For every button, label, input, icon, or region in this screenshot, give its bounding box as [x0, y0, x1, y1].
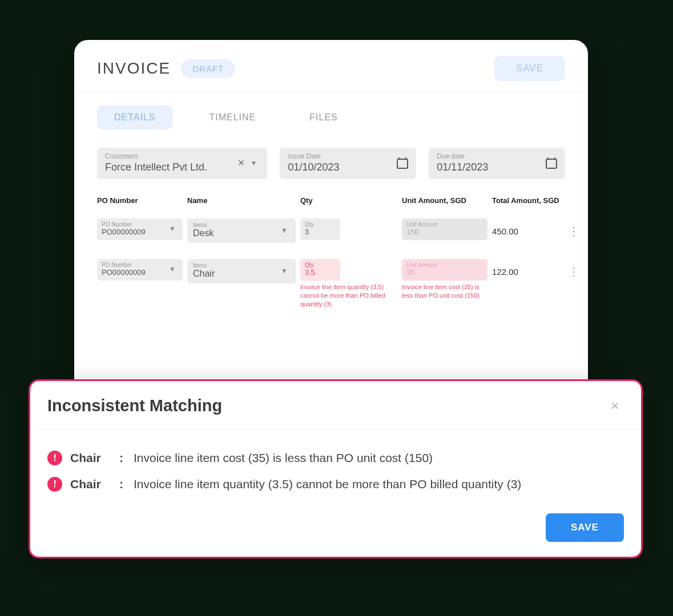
customer-label: Customers	[105, 152, 235, 160]
dialog-header: Inconsistent Matching ×	[30, 381, 641, 430]
issue-row: ! Chair : Invoice line item quantity (3.…	[47, 471, 624, 497]
tab-details[interactable]: DETAILS	[97, 106, 173, 129]
po-number-select[interactable]: PO Number PO00000009 ▼	[97, 218, 183, 240]
issue-separator: :	[119, 477, 123, 491]
table-row: PO Number PO00000009 ▼ Items Desk ▼ Qty …	[97, 210, 565, 251]
item-select[interactable]: Items Desk ▼	[187, 218, 296, 243]
table-header: PO Number Name Qty Unit Amount, SGD Tota…	[97, 191, 565, 210]
dialog-body: ! Chair : Invoice line item cost (35) is…	[30, 430, 641, 506]
status-badge: DRAFT	[181, 59, 235, 78]
col-name: Name	[187, 196, 296, 205]
total-value: 450.00	[492, 218, 561, 236]
item-value: Desk	[193, 228, 279, 238]
close-icon[interactable]: ×	[606, 395, 624, 417]
col-po: PO Number	[97, 196, 183, 205]
po-label: PO Number	[102, 262, 167, 268]
customer-value: Force Intellect Pvt Ltd.	[105, 161, 235, 173]
warning-icon: !	[47, 477, 62, 492]
issue-separator: :	[119, 451, 123, 465]
col-unit: Unit Amount, SGD	[402, 196, 487, 205]
unit-amount-input: Unit Amount 150	[402, 218, 487, 240]
issue-message: Invoice line item cost (35) is less than…	[134, 451, 433, 465]
calendar-icon[interactable]	[397, 157, 408, 169]
table-row: PO Number PO00000009 ▼ Items Chair ▼ Qty…	[97, 251, 565, 317]
fields-row: Customers Force Intellect Pvt Ltd. × ▼ I…	[74, 140, 588, 191]
inconsistent-matching-dialog: Inconsistent Matching × ! Chair : Invoic…	[29, 379, 643, 558]
calendar-icon[interactable]	[546, 157, 557, 169]
dialog-footer: SAVE	[30, 506, 641, 557]
unit-amount-input[interactable]: Unit Amount 35	[402, 259, 487, 281]
dialog-save-button[interactable]: SAVE	[546, 513, 624, 542]
warning-icon: !	[47, 451, 62, 465]
unit-label: Unit Amount	[406, 262, 483, 268]
item-value: Chair	[193, 269, 279, 279]
issue-message: Invoice line item quantity (3.5) cannot …	[134, 477, 521, 491]
col-total: Total Amount, SGD	[492, 196, 561, 205]
clear-icon[interactable]: ×	[235, 156, 248, 169]
po-value: PO00000009	[102, 268, 167, 277]
unit-value: 35	[406, 268, 483, 277]
po-label: PO Number	[102, 221, 167, 228]
customer-select[interactable]: Customers Force Intellect Pvt Ltd. × ▼	[97, 148, 267, 179]
save-button[interactable]: SAVE	[494, 56, 565, 81]
qty-value: 3.5	[305, 268, 336, 277]
row-more-icon[interactable]: ⋮	[565, 218, 582, 238]
tabs: DETAILS TIMELINE FILES	[74, 93, 588, 140]
qty-input[interactable]: Qty 3.5	[300, 259, 340, 281]
invoice-card: INVOICE DRAFT SAVE DETAILS TIMELINE FILE…	[74, 40, 588, 411]
qty-label: Qty	[305, 262, 336, 268]
row-more-icon[interactable]: ⋮	[565, 259, 582, 278]
issue-item-name: Chair	[70, 451, 111, 465]
total-value: 122.00	[492, 259, 561, 277]
col-qty: Qty	[300, 196, 397, 205]
qty-value: 3	[305, 228, 336, 236]
issue-date-field[interactable]: Issue Date 01/10/2023	[280, 148, 416, 179]
po-number-select[interactable]: PO Number PO00000009 ▼	[97, 259, 183, 281]
due-date-field[interactable]: Due date 01/11/2023	[429, 148, 565, 179]
chevron-down-icon[interactable]: ▼	[248, 159, 260, 167]
qty-input[interactable]: Qty 3	[300, 218, 340, 240]
issue-date-label: Issue Date	[288, 152, 397, 160]
item-select[interactable]: Items Chair ▼	[187, 259, 296, 283]
po-value: PO00000009	[102, 228, 167, 236]
page-title: INVOICE	[97, 59, 171, 78]
chevron-down-icon[interactable]: ▼	[167, 225, 178, 233]
issue-item-name: Chair	[70, 477, 111, 491]
due-date-value: 01/11/2023	[437, 161, 546, 173]
dialog-title: Inconsistent Matching	[47, 396, 222, 415]
chevron-down-icon[interactable]: ▼	[279, 226, 290, 234]
invoice-header: INVOICE DRAFT SAVE	[74, 40, 588, 93]
tab-timeline[interactable]: TIMELINE	[192, 106, 273, 129]
chevron-down-icon[interactable]: ▼	[279, 267, 290, 275]
due-date-label: Due date	[437, 152, 546, 160]
unit-value: 150	[406, 228, 483, 236]
qty-error-text: Invoice line item quantity (3.5) cannot …	[300, 283, 397, 309]
line-items-table: PO Number Name Qty Unit Amount, SGD Tota…	[74, 191, 588, 317]
item-label: Items	[193, 262, 279, 269]
item-label: Items	[193, 222, 279, 228]
chevron-down-icon[interactable]: ▼	[167, 265, 178, 273]
tab-files[interactable]: FILES	[292, 106, 354, 129]
unit-label: Unit Amount	[406, 221, 483, 228]
issue-date-value: 01/10/2023	[288, 161, 397, 173]
qty-label: Qty	[305, 221, 336, 228]
issue-row: ! Chair : Invoice line item cost (35) is…	[47, 445, 624, 471]
unit-error-text: Invoice line item cost (35) is less than…	[402, 283, 487, 300]
